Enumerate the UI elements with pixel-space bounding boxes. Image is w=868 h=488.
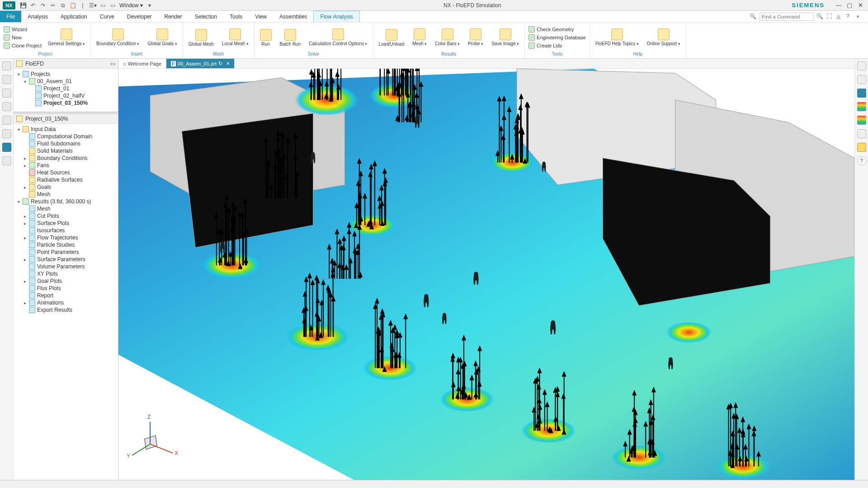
ribbon-general-settings-button[interactable]: General Settings xyxy=(45,28,88,47)
tree-row[interactable]: ▸Fans xyxy=(14,162,117,169)
tree-row[interactable]: ▾Results (3.fld, 360.000 s) xyxy=(14,198,117,205)
tree-row[interactable]: Solid Materials xyxy=(14,147,117,155)
undo-icon[interactable]: ↶ xyxy=(30,2,36,9)
qat-overflow-icon[interactable]: ▾ xyxy=(146,2,153,9)
tree-row[interactable]: ▸Flow Trajectories xyxy=(14,234,117,241)
open-folder-icon[interactable] xyxy=(857,143,866,152)
ribbon-mesh-button[interactable]: Mesh xyxy=(410,28,429,47)
expand-icon[interactable]: ▾ xyxy=(16,199,21,204)
tree-row[interactable]: ▸Boundary Conditions xyxy=(14,155,117,162)
tree-row[interactable]: Flux Plots xyxy=(14,285,117,292)
ribbon-boundary-condition-button[interactable]: Boundary Condition xyxy=(94,28,142,47)
redo-icon[interactable]: ↷ xyxy=(40,2,46,9)
fullscreen-icon[interactable]: ⛶ xyxy=(826,13,834,20)
view-orient-icon[interactable] xyxy=(857,75,866,84)
window-menu[interactable]: Window ▾ xyxy=(119,2,143,9)
tree-row[interactable]: Point Parameters xyxy=(14,249,117,256)
menu-view[interactable]: View xyxy=(249,11,273,22)
search-go-icon[interactable]: 🔍 xyxy=(816,13,824,20)
tree-row[interactable]: XY Plots xyxy=(14,270,117,277)
tree-row[interactable]: Volume Parameters xyxy=(14,263,117,270)
tab-close-icon[interactable]: ✕ xyxy=(226,61,230,66)
ribbon-check-geometry[interactable]: Check Geometry xyxy=(528,26,587,33)
tree-row[interactable]: ▾00_Assem_01 xyxy=(14,78,117,85)
browser-icon[interactable] xyxy=(2,116,11,125)
tree-row[interactable]: Radiative Surfaces xyxy=(14,176,117,183)
expand-icon[interactable]: ▾ xyxy=(23,79,27,84)
panel-pin-icon[interactable]: ▭ xyxy=(110,61,115,67)
tree-row[interactable]: ▸Goal Plots xyxy=(14,277,117,285)
tree-row[interactable]: Heat Sources xyxy=(14,169,117,176)
tab-refresh-icon[interactable]: ↻ xyxy=(218,61,222,66)
ribbon-local-mesh-button[interactable]: Local Mesh xyxy=(219,28,251,47)
expand-icon[interactable]: ▸ xyxy=(23,163,27,168)
tree-row[interactable]: Isosurfaces xyxy=(14,227,117,234)
tree-row[interactable]: ▾Projects xyxy=(14,70,117,78)
ribbon-probe-button[interactable]: Probe xyxy=(465,28,486,47)
tree-row[interactable]: Computational Domain xyxy=(14,133,117,140)
view-section-icon[interactable] xyxy=(857,89,866,98)
tree-row[interactable]: Particle Studies xyxy=(14,241,117,249)
ribbon-global-goals-button[interactable]: Global Goals xyxy=(145,28,179,47)
paste-icon[interactable]: 📋 xyxy=(70,2,76,9)
tree-row[interactable]: ▾Input Data xyxy=(14,126,117,133)
window-icon[interactable]: ▭ xyxy=(109,2,116,9)
maximize-button[interactable]: ▢ xyxy=(845,2,854,9)
tree-row[interactable]: Fluid Subdomains xyxy=(14,140,117,147)
ribbon-floefd-help-topics-button[interactable]: FloEFD Help Topics xyxy=(593,28,642,47)
expand-icon[interactable]: ▸ xyxy=(23,235,27,240)
ribbon-clone-project[interactable]: Clone Project xyxy=(3,42,42,49)
colorbar-icon[interactable] xyxy=(857,102,866,111)
menu-render[interactable]: Render xyxy=(158,11,188,22)
tree-row[interactable]: ▸Surface Plots xyxy=(14,220,117,227)
tree-row[interactable]: Project_03_150% xyxy=(14,99,117,107)
expand-icon[interactable]: ▾ xyxy=(16,72,21,77)
part-navigator-icon[interactable] xyxy=(2,75,11,84)
tree-row[interactable]: Report xyxy=(14,292,117,299)
menu-developer[interactable]: Developer xyxy=(121,11,158,22)
search-input[interactable] xyxy=(760,13,814,21)
expand-icon[interactable]: ▸ xyxy=(23,214,27,219)
tree-row[interactable]: Mesh xyxy=(14,205,117,212)
minimize-button[interactable]: — xyxy=(835,2,843,9)
tree-row[interactable]: Mesh xyxy=(14,191,117,198)
tree-row[interactable]: Project_01 xyxy=(14,85,117,92)
history-icon[interactable] xyxy=(2,102,11,111)
tree-row[interactable]: ▸Surface Parameters xyxy=(14,256,117,263)
ribbon-engineering-database[interactable]: Engineering Database xyxy=(528,34,587,41)
touch-icon[interactable]: ☰▾ xyxy=(90,2,96,9)
help-icon[interactable]: ? xyxy=(846,13,854,20)
roles-icon[interactable] xyxy=(2,129,11,138)
tree-row[interactable]: ▸Animations xyxy=(14,299,117,306)
copy-icon[interactable]: ⧉ xyxy=(60,2,66,9)
tab-welcome[interactable]: ⌂ Welcome Page xyxy=(118,59,166,68)
ribbon-load/unload-button[interactable]: Load/Unload xyxy=(376,28,407,47)
expand-icon[interactable]: ▸ xyxy=(23,279,27,284)
floefd-panel-icon[interactable] xyxy=(2,143,11,152)
ribbon-new[interactable]: New xyxy=(3,34,42,41)
tree-row[interactable]: Export Results xyxy=(14,306,117,314)
cut-icon[interactable]: ✂ xyxy=(50,2,56,9)
constraint-navigator-icon[interactable] xyxy=(2,89,11,98)
menu-assemblies[interactable]: Assemblies xyxy=(273,11,313,22)
probe-tool-icon[interactable] xyxy=(857,129,866,138)
search-icon[interactable]: 🔍 xyxy=(750,13,757,20)
ribbon-calculation-control-options-button[interactable]: Calculation Control Options xyxy=(306,28,370,47)
legend-icon[interactable] xyxy=(857,116,866,125)
tab-active-file[interactable]: F 00_Assem_01.prt ↻ ✕ xyxy=(166,59,235,68)
viewport-3d[interactable]: X Y Z xyxy=(118,69,854,480)
ribbon-create-lids[interactable]: Create Lids xyxy=(528,42,587,49)
menu-curve[interactable]: Curve xyxy=(94,11,121,22)
ribbon-run-button[interactable]: Run xyxy=(257,28,274,47)
menu-application[interactable]: Application xyxy=(54,11,94,22)
ribbon-online-support-button[interactable]: Online Support xyxy=(644,28,683,47)
help-roundel-icon[interactable]: ? xyxy=(857,156,866,165)
menu-file[interactable]: File xyxy=(0,11,21,22)
ribbon-batch-run-button[interactable]: Batch Run xyxy=(277,28,304,47)
expand-icon[interactable]: ▾ xyxy=(16,127,21,132)
expand-icon[interactable]: ▸ xyxy=(23,156,27,161)
menu-analysis[interactable]: Analysis xyxy=(21,11,54,22)
save-icon[interactable]: 💾 xyxy=(20,2,26,9)
expand-icon[interactable]: ▸ xyxy=(23,221,27,226)
expand-icon[interactable]: ▸ xyxy=(23,300,27,305)
